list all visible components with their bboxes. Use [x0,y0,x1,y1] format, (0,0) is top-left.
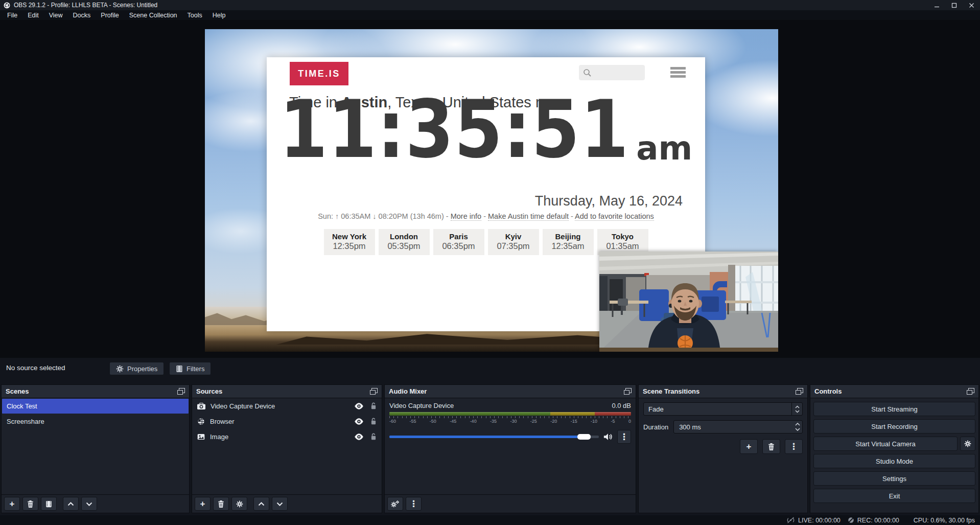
clock-meridiem: am [636,136,692,161]
chevron-up-icon [67,502,74,506]
speaker-icon[interactable] [603,433,613,441]
source-item-browser[interactable]: Browser [192,414,382,429]
combo-arrows[interactable] [791,403,802,415]
source-properties-button[interactable] [231,497,247,511]
popout-icon[interactable] [177,388,185,395]
menu-profile[interactable]: Profile [96,12,124,19]
search-input [579,65,645,80]
move-scene-down-button[interactable] [81,497,97,511]
popout-icon[interactable] [796,388,803,395]
close-button[interactable] [963,0,980,10]
menu-docks[interactable]: Docks [68,12,96,19]
menu-scene-collection[interactable]: Scene Collection [124,12,182,19]
start-streaming-button[interactable]: Start Streaming [813,402,975,416]
move-source-down-button[interactable] [272,497,288,511]
visibility-eye-icon[interactable] [354,403,364,409]
volume-slider[interactable] [389,436,599,438]
lock-icon[interactable] [370,433,377,440]
city-card: Paris06:35pm [433,229,484,255]
gear-icon [964,440,971,447]
remove-transition-button[interactable] [762,439,780,454]
popout-icon[interactable] [624,388,632,395]
cpu-fps-stats: CPU: 0.6%, 30.00 fps [914,517,975,524]
mixer-toolbar: ⋮ [385,494,636,513]
audio-mixer-header[interactable]: Audio Mixer [385,385,636,398]
add-transition-button[interactable]: + [740,439,758,454]
controls-header[interactable]: Controls [810,385,978,398]
mixer-menu-button[interactable]: ⋮ [406,497,422,511]
scene-filters-button[interactable] [41,497,57,511]
remove-scene-button[interactable] [22,497,38,511]
add-scene-button[interactable]: + [4,497,20,511]
transition-properties-button[interactable]: ⋮ [785,439,803,454]
visibility-eye-icon[interactable] [354,433,364,440]
title-bar[interactable]: OBS 29.1.2 - Profile: LLHLS BETA - Scene… [0,0,980,10]
advanced-audio-button[interactable] [387,497,403,511]
webcam-overlay [599,252,778,352]
menu-view[interactable]: View [44,12,68,19]
remove-source-button[interactable] [213,497,229,511]
sources-header[interactable]: Sources [192,385,382,398]
scene-transitions-header[interactable]: Scene Transitions [639,385,807,398]
duration-label: Duration [643,423,668,431]
program-canvas[interactable]: TIME.IS Time in Austin, Texas, United St… [205,29,778,352]
studio-mode-button[interactable]: Studio Mode [813,454,975,468]
spin-up-icon[interactable] [795,423,800,426]
preview-area: TIME.IS Time in Austin, Texas, United St… [0,20,980,358]
mixer-channel-name: Video Capture Device [389,402,454,409]
menu-bar: File Edit View Docks Profile Scene Colle… [0,10,980,20]
obs-logo-icon [4,2,10,9]
spin-down-icon[interactable] [795,428,800,431]
clock-time: 11:35:51 [279,99,629,161]
move-source-up-button[interactable] [253,497,269,511]
mixer-level-db: 0.0 dB [612,402,631,409]
webcam-scene [599,252,778,352]
image-icon [197,433,205,440]
filters-icon [45,500,52,508]
menu-file[interactable]: File [2,12,22,19]
virtual-camera-config-button[interactable] [960,437,975,451]
scenes-panel: Scenes Clock Test Screenshare + [1,384,190,513]
start-virtual-camera-button[interactable]: Start Virtual Camera [813,437,958,451]
source-item-image[interactable]: Image [192,429,382,444]
scenes-header[interactable]: Scenes [2,385,189,398]
popout-icon[interactable] [967,388,974,395]
menu-tools[interactable]: Tools [182,12,207,19]
clock: 11:35:51 am [267,106,705,161]
mixer-options-button[interactable]: ⋮ [617,430,631,444]
lock-icon[interactable] [370,402,377,409]
lock-icon[interactable] [370,418,377,425]
source-item-video-capture[interactable]: Video Capture Device [192,398,382,414]
live-status: LIVE: 00:00:00 [786,517,841,524]
minimize-button[interactable] [928,0,945,10]
scene-item-screenshare[interactable]: Screenshare [2,414,189,429]
start-recording-button[interactable]: Start Recording [813,419,975,433]
settings-button[interactable]: Settings [813,471,975,486]
visibility-eye-icon[interactable] [354,418,364,425]
status-bar: LIVE: 00:00:00 REC: 00:00:00 CPU: 0.6%, … [0,515,980,525]
volume-slider-handle[interactable] [577,434,591,440]
duration-spinbox[interactable]: 300 ms [673,420,803,433]
scene-item-clock-test[interactable]: Clock Test [2,399,189,414]
gear-icon [236,500,243,508]
filters-button[interactable]: Filters [169,362,211,375]
menu-edit[interactable]: Edit [22,12,44,19]
filters-icon [176,365,183,373]
maximize-button[interactable] [945,0,963,10]
camera-icon [197,403,205,409]
transition-select[interactable]: Fade [643,402,803,416]
selected-source-status: No source selected [6,364,65,372]
exit-button[interactable]: Exit [813,489,975,503]
add-source-button[interactable]: + [195,497,211,511]
dock-area: Scenes Clock Test Screenshare + [0,378,980,515]
menu-help[interactable]: Help [207,12,231,19]
move-scene-up-button[interactable] [63,497,79,511]
city-card: Beijing12:35am [543,229,594,255]
controls-panel: Controls Start Streaming Start Recording… [810,384,979,513]
city-card: Kyiv07:35pm [488,229,539,255]
sources-toolbar: + [192,494,382,513]
obs-window: OBS 29.1.2 - Profile: LLHLS BETA - Scene… [0,0,980,525]
properties-button[interactable]: Properties [109,362,164,375]
timeis-logo: TIME.IS [290,62,348,85]
popout-icon[interactable] [370,388,378,395]
